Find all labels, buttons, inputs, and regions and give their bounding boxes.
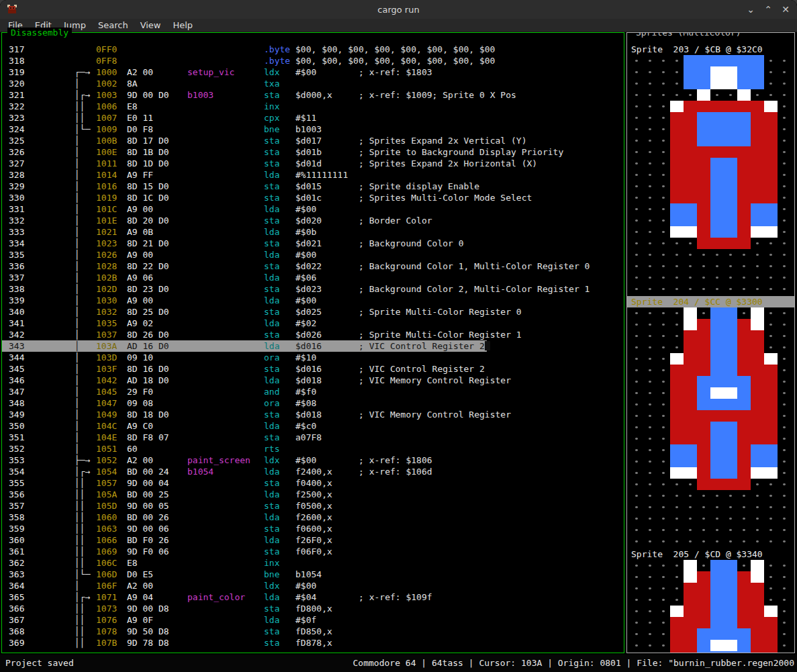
disasm-row-1016[interactable]: 329│ 10168D 15 D0sta$d015; Sprite displa… (2, 181, 624, 192)
disasm-row-103A[interactable]: 343│ 103AAD 16 D0lda$d016; VIC Control R… (2, 340, 624, 352)
disasm-row-1028[interactable]: 336│ 10288D 22 D0sta$d022; Background Co… (2, 260, 624, 272)
sprite-pixel-empty (630, 215, 643, 226)
disasm-row-106C[interactable]: 362││ 106CE8inx (2, 557, 624, 569)
disasm-row-0FF8[interactable]: 3180FF8.byte$00, $00, $00, $00, $00, $00… (2, 55, 624, 66)
disasm-row-1063[interactable]: 359││ 10639D 00 06staf0600,x (2, 523, 624, 534)
disasm-row-107B[interactable]: 369││ 107B9D 78 D8stafD878,x (2, 637, 624, 649)
mnemonic: lda (264, 591, 295, 603)
sprite-pixel-empty (778, 433, 791, 444)
maximize-button[interactable]: ⌃ (763, 4, 773, 15)
disasm-row-106F[interactable]: 364│ 106FA2 00ldx#$00 (2, 580, 624, 591)
close-button[interactable]: ✕ (781, 4, 790, 15)
mnemonic: .byte (264, 44, 295, 55)
sprite-pixel-empty (657, 78, 670, 89)
disasm-row-0FF0[interactable]: 3170FF0.byte$00, $00, $00, $00, $00, $00… (2, 44, 624, 55)
disasm-row-105A[interactable]: 356││ 105ABD 00 25ldaf2500,x (2, 489, 624, 500)
disasm-row-1023[interactable]: 334│ 10238D 21 D0sta$d021; Background Co… (2, 238, 624, 249)
sprite-pixel-empty (657, 66, 670, 78)
sprite-pixel-empty (657, 55, 670, 66)
disasm-row-1035[interactable]: 341│ 1035A9 02lda#$02 (2, 318, 624, 329)
sprite-pixel (697, 365, 710, 376)
disasm-row-1073[interactable]: 366││ 10739D 00 D8stafD800,x (2, 603, 624, 614)
disasm-row-1047[interactable]: 348│ 104709 08ora#$08 (2, 397, 624, 409)
sprite-pixel (684, 135, 697, 146)
sprite-pixel (751, 226, 764, 238)
disasm-row-1019[interactable]: 330│ 10198D 1C D0sta$d01c; Sprites Multi… (2, 192, 624, 203)
sprite-pixel-empty (778, 260, 791, 272)
disasm-row-105D[interactable]: 357││ 105D9D 00 05staf0500,x (2, 500, 624, 512)
address: 1021 (96, 226, 127, 238)
disasm-row-100B[interactable]: 325│ 100B8D 17 D0sta$d017; Sprites Expan… (2, 135, 624, 146)
disasm-row-1060[interactable]: 358││ 1060BD 00 26ldaf2600,x (2, 512, 624, 523)
disasm-row-1037[interactable]: 342│ 10378D 26 D0sta$d026; Sprite Multi-… (2, 329, 624, 340)
disasm-row-1052[interactable]: 353├─→1052A2 00paint_screenldx#$00; x-re… (2, 454, 624, 466)
hex-bytes: A9 06 (127, 272, 187, 283)
disasm-row-1071[interactable]: 365│┌→1071A9 04paint_colorlda#$04; x-ref… (2, 591, 624, 603)
sprite-pixel (751, 66, 764, 78)
disasm-row-1009[interactable]: 324│└─1009D0 F8bneb1003 (2, 124, 624, 135)
sprite-pixel (697, 78, 710, 89)
disasm-row-1002[interactable]: 320│ 10028Atxa (2, 78, 624, 89)
sprite-pixel-empty (697, 307, 710, 319)
disasm-row-1032[interactable]: 340│ 10328D 25 D0sta$d025; Sprite Multi-… (2, 306, 624, 318)
branch-arrows: │ (28, 283, 96, 295)
disasm-row-1049[interactable]: 349│ 10498D 18 D0sta$d018; VIC Memory Co… (2, 409, 624, 420)
sprite-pixel-empty (684, 501, 697, 513)
disasm-row-1006[interactable]: 322││ 1006E8inx (2, 101, 624, 112)
menu-help[interactable]: Help (167, 20, 199, 30)
disasm-row-102B[interactable]: 337│ 102BA9 06lda#$06 (2, 272, 624, 283)
address: 1057 (96, 477, 127, 489)
label (187, 557, 264, 569)
sprite-pixel-empty (657, 283, 670, 295)
operand: #$04 (295, 591, 359, 603)
disasm-row-104C[interactable]: 350│ 104CA9 C0lda#$c0 (2, 420, 624, 432)
disasm-row-103F[interactable]: 345│ 103F8D 16 D0sta$d016; VIC Control R… (2, 363, 624, 375)
disasm-row-102D[interactable]: 338│ 102D8D 23 D0sta$d023; Background Co… (2, 283, 624, 295)
sprite-pixel-empty (643, 307, 657, 319)
disasm-row-1078[interactable]: 368││ 10789D 50 D8stafD850,x (2, 626, 624, 637)
disasm-row-103D[interactable]: 344│ 103D09 10ora#$10 (2, 352, 624, 363)
disasm-row-1021[interactable]: 333│ 1021A9 0Blda#$0b (2, 226, 624, 238)
sprite-header-203[interactable]: Sprite 203 / $CB @ $32C0 (627, 44, 794, 55)
sprite-pixel-empty (657, 226, 670, 238)
disasm-row-104E[interactable]: 351│ 104E8D F8 07staa07F8 (2, 432, 624, 443)
disasm-row-1066[interactable]: 360││ 1066BD F0 26ldaf26F0,x (2, 534, 624, 546)
disasm-row-1007[interactable]: 323││ 1007E0 11cpx#$11 (2, 112, 624, 124)
sprite-pixel (697, 238, 710, 249)
menu-search[interactable]: Search (92, 20, 134, 30)
sprite-pixel (684, 594, 697, 606)
sprite-pixel-empty (643, 651, 657, 653)
sprite-pixel (751, 387, 764, 399)
sprite-pixel (737, 192, 751, 203)
menu-view[interactable]: View (134, 20, 167, 30)
line-number: 349 (2, 409, 28, 420)
disasm-row-1042[interactable]: 346│ 1042AD 18 D0lda$d018; VIC Memory Co… (2, 375, 624, 386)
disasm-row-101E[interactable]: 332│ 101E8D 20 D0sta$d020; Border Color (2, 215, 624, 226)
disasm-row-100E[interactable]: 326│ 100E8D 1B D0sta$d01b; Sprite to Bac… (2, 146, 624, 158)
disasm-row-1051[interactable]: 352│ 105160rts (2, 443, 624, 454)
disasm-row-1000[interactable]: 319┌─→1000A2 00setup_vicldx#$00; x-ref: … (2, 66, 624, 78)
sprite-pixel-empty (778, 594, 791, 606)
disasm-row-1030[interactable]: 339│ 1030A9 00lda#$00 (2, 295, 624, 306)
disasm-row-1045[interactable]: 347│ 104529 F0and#$f0 (2, 386, 624, 397)
disasm-row-106D[interactable]: 363│└─106DD0 E5bneb1054 (2, 569, 624, 580)
disasm-row-1069[interactable]: 361││ 10699D F0 06staf06F0,x (2, 546, 624, 557)
label: paint_screen (187, 454, 264, 466)
disasm-row-1026[interactable]: 335│ 1026A9 00lda#$00 (2, 249, 624, 260)
sprite-pixel-empty (684, 249, 697, 260)
sprite-header-205[interactable]: Sprite 205 / $CD @ $3340 (627, 548, 794, 560)
minimize-button[interactable]: ⌄ (746, 4, 755, 15)
disasm-row-1076[interactable]: 367││ 1076A9 0Flda#$0f (2, 614, 624, 626)
disasm-row-1054[interactable]: 354│┌→1054BD 00 24b1054ldaf2400,x; x-ref… (2, 466, 624, 477)
sprite-pixel-empty (778, 101, 791, 112)
sprite-header-204[interactable]: Sprite 204 / $CC @ $3300 (627, 296, 794, 307)
hex-bytes: 8D 18 D0 (127, 409, 187, 420)
sprite-pixel (724, 192, 737, 203)
disasm-row-1057[interactable]: 355││ 10579D 00 04staf0400,x (2, 477, 624, 489)
sprite-pixel (724, 433, 737, 444)
disasm-row-1011[interactable]: 327│ 10118D 1D D0sta$d01d; Sprites Expan… (2, 158, 624, 169)
disasm-row-1014[interactable]: 328│ 1014A9 FFlda#%11111111 (2, 169, 624, 181)
hex-bytes: 8D F8 07 (127, 432, 187, 443)
disasm-row-1003[interactable]: 321│┌→10039D 00 D0b1003sta$d000,x; x-ref… (2, 89, 624, 101)
disasm-row-101C[interactable]: 331│ 101CA9 00lda#$00 (2, 203, 624, 215)
